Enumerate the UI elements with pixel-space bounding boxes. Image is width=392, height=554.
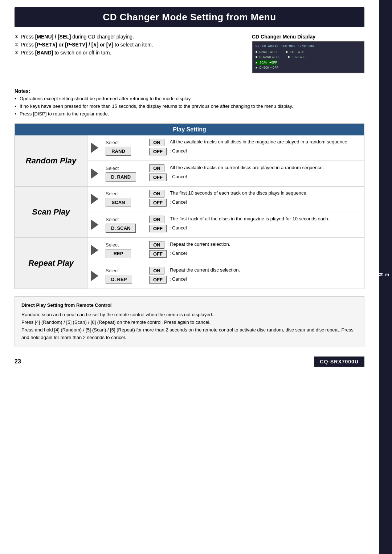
d-scan-on-desc: : The first track of all the discs in th… [167, 216, 329, 222]
d-rand-button[interactable]: D. RAND [106, 172, 136, 182]
direct-play-line-3: Press and hold [4] (Random) / [5] (Scan)… [21, 326, 358, 342]
page-title-bar: CD Changer Mode Setting from Menu [15, 7, 364, 27]
arrow-d-rep [87, 263, 102, 289]
rep-on-desc: : Repeat the current selection. [167, 241, 230, 248]
rep-onoff-cell: ON : Repeat the current selection. OFF :… [146, 238, 364, 263]
d-rand-off-row: OFF : Cancel [149, 174, 360, 181]
screen-row-3: ■ SCAN ●OFF [256, 60, 361, 65]
repeat-play-label-cell: Repeat Play [15, 238, 87, 289]
d-scan-row: Select D. SCAN ON : The first track of a… [87, 212, 364, 237]
d-rand-on-row: ON : All the available tracks on current… [149, 164, 360, 172]
rep-off-row: OFF : Cancel [149, 250, 360, 258]
arrow-icon [91, 194, 98, 204]
arrow-rand [87, 135, 102, 160]
d-rand-select-cell: Select D. RAND [102, 161, 146, 186]
rand-onoff-cell: ON : All the available tracks on all dis… [146, 135, 364, 160]
rep-off-tag: OFF [149, 250, 167, 258]
scan-on-tag: ON [149, 190, 164, 197]
direct-play-note: Direct Play Setting from Remote Control … [15, 296, 364, 347]
d-scan-on-row: ON : The first track of all the discs in… [149, 216, 360, 223]
random-play-rows: Select RAND ON : All the available track… [87, 135, 364, 186]
d-rep-onoff-cell: ON : Repeat the current disc selection. … [146, 263, 364, 289]
rand-button[interactable]: RAND [106, 147, 131, 156]
random-play-label: Random Play [26, 156, 76, 166]
repeat-play-label: Repeat Play [28, 258, 74, 268]
play-setting-body: Random Play Select RAND [15, 135, 364, 289]
scan-select-label: Select [106, 191, 119, 196]
d-scan-off-row: OFF : Cancel [149, 225, 360, 232]
play-setting-header: Play Setting [15, 124, 364, 135]
rep-row: Select REP ON : Repeat the current selec… [87, 238, 364, 263]
d-scan-button[interactable]: D. SCAN [106, 224, 136, 233]
arrow-d-scan [87, 212, 102, 237]
note-item: If no keys have been pressed for more th… [15, 103, 364, 110]
rep-off-desc: : Cancel [170, 250, 187, 257]
instructions-section: ① Press [MENU] / [SEL] during CD changer… [15, 34, 364, 56]
rand-select-cell: Select RAND [102, 135, 146, 160]
direct-play-line-1: Random, scan and repeat can be set by th… [21, 311, 358, 319]
cd-menu-display: CD Changer Menu Display CD·CH AUDIO PICT… [252, 34, 364, 73]
arrow-icon [91, 168, 98, 179]
model-badge: CQ-SRX7000U [314, 357, 364, 367]
d-rep-on-row: ON : Repeat the current disc selection. [149, 267, 360, 274]
rand-off-row: OFF : Cancel [149, 148, 360, 155]
bottom-bar: 23 CQ-SRX7000U [15, 354, 364, 369]
d-scan-select-label: Select [106, 217, 119, 222]
d-rep-on-desc: : Repeat the current disc selection. [167, 267, 240, 273]
direct-play-line-2: Press [4] (Random) / [5] (Scan) / [6] (R… [21, 319, 358, 326]
scan-play-label-cell: Scan Play [15, 187, 87, 237]
side-tab: E N G L I S H 14 [379, 0, 392, 554]
d-rep-on-tag: ON [149, 267, 164, 274]
d-scan-on-tag: ON [149, 216, 164, 223]
cd-menu-label: CD Changer Menu Display [252, 34, 364, 40]
screen-title: CD·CH AUDIO PICTURE FUNCTION [256, 44, 361, 49]
rand-select-label: Select [106, 140, 119, 145]
rep-select-label: Select [106, 242, 119, 248]
page-number: 23 [15, 358, 21, 365]
d-rand-on-desc: : All the available tracks on current di… [167, 164, 324, 171]
note-item: Press [DISP] to return to the regular mo… [15, 111, 364, 117]
d-scan-select-cell: Select D. SCAN [102, 212, 146, 237]
d-rep-button[interactable]: D. REP [106, 275, 132, 284]
repeat-play-group: Repeat Play Select REP [15, 238, 364, 289]
rand-off-tag: OFF [149, 148, 167, 155]
rep-on-row: ON : Repeat the current selection. [149, 241, 360, 249]
language-label: E N G L I S H [347, 273, 390, 277]
arrow-icon [91, 220, 98, 230]
rep-select-cell: Select REP [102, 238, 146, 263]
d-rep-off-desc: : Cancel [170, 276, 187, 282]
arrow-d-rand [87, 161, 102, 186]
arrow-scan [87, 187, 102, 212]
d-rand-on-tag: ON [149, 164, 164, 172]
arrow-rep [87, 238, 102, 263]
scan-off-row: OFF : Cancel [149, 199, 360, 207]
rep-button[interactable]: REP [106, 249, 131, 258]
repeat-play-rows: Select REP ON : Repeat the current selec… [87, 238, 364, 289]
scan-onoff-cell: ON : The first 10 seconds of each track … [146, 187, 364, 212]
scan-button[interactable]: SCAN [106, 198, 131, 207]
direct-play-note-title: Direct Play Setting from Remote Control [21, 302, 358, 309]
random-play-group: Random Play Select RAND [15, 135, 364, 187]
notes-list: Operations except setting should be perf… [15, 95, 364, 118]
scan-off-desc: : Cancel [170, 199, 187, 205]
rand-on-row: ON : All the available tracks on all dis… [149, 139, 360, 146]
d-rand-off-desc: : Cancel [170, 174, 187, 180]
d-rand-off-tag: OFF [149, 174, 167, 181]
cd-menu-screen: CD·CH AUDIO PICTURE FUNCTION ■ RAND ＝OFF… [252, 41, 364, 73]
scan-on-desc: : The first 10 seconds of each track on … [167, 190, 307, 196]
scan-select-cell: Select SCAN [102, 187, 146, 212]
rand-on-desc: : All the available tracks on all discs … [167, 139, 348, 145]
d-rep-select-cell: Select D. REP [102, 263, 146, 289]
random-play-label-cell: Random Play [15, 135, 87, 186]
rand-off-desc: : Cancel [170, 148, 187, 154]
d-rand-select-label: Select [106, 166, 119, 171]
arrow-icon [91, 271, 98, 281]
scan-play-rows: Select SCAN ON : The first 10 seconds of… [87, 187, 364, 237]
scan-play-label: Scan Play [32, 207, 70, 217]
rand-row: Select RAND ON : All the available track… [87, 135, 364, 161]
screen-row-2: ■ D-RAND＝OFF ■ D-RP＝FF [256, 55, 361, 60]
d-rep-off-tag: OFF [149, 276, 167, 284]
arrow-icon [91, 143, 98, 153]
d-scan-off-tag: OFF [149, 225, 167, 232]
chapter-number: 14 [341, 275, 347, 283]
